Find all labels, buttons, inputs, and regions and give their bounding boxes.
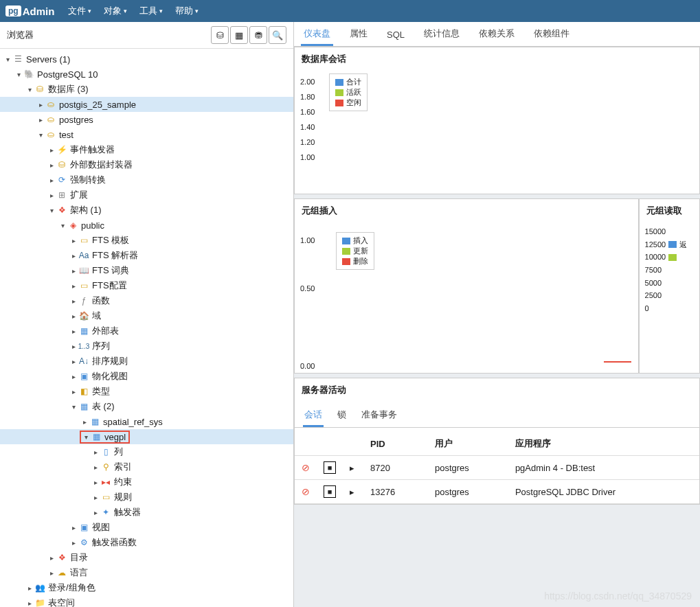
tool-search-icon[interactable]: 🔍 [269, 26, 286, 44]
node-servers[interactable]: ▾☰Servers (1) [0, 51, 293, 67]
expand-icon[interactable]: ▸ [350, 463, 354, 473]
node-rules[interactable]: ▸▭规则 [0, 490, 293, 505]
node-indexes[interactable]: ▸⚲索引 [0, 459, 293, 474]
node-casts[interactable]: ▸⟳强制转换 [0, 172, 293, 187]
chevron-right-icon: ▸ [69, 539, 78, 547]
node-table-vegpl[interactable]: ▾▦vegpl [0, 429, 293, 444]
node-schemas[interactable]: ▾❖架构 (1) [0, 203, 293, 218]
table-row[interactable]: ⊘ ■ ▸ 13276 postgres PostgreSQL JDBC Dri… [295, 480, 699, 504]
tab-dependents[interactable]: 依赖组件 [531, 22, 572, 46]
node-languages[interactable]: ▸☁语言 [0, 565, 293, 580]
swatch-red-icon [342, 258, 350, 265]
tab-sessions[interactable]: 会话 [303, 406, 324, 427]
col-user: 用户 [428, 432, 508, 456]
node-tablespaces[interactable]: ▸📁表空间 [0, 595, 293, 607]
chevron-right-icon: ▸ [91, 463, 100, 471]
tab-locks[interactable]: 锁 [336, 406, 348, 427]
node-columns[interactable]: ▸▯列 [0, 444, 293, 459]
legend: 插入 更新 删除 [336, 232, 374, 270]
stop-icon[interactable]: ■ [324, 485, 336, 498]
event-trigger-icon: ⚡ [56, 145, 67, 154]
menu-tools[interactable]: 工具▾ [139, 5, 163, 17]
node-db-postgres[interactable]: ▸⛀postgres [0, 112, 293, 127]
swatch-green-icon [335, 89, 343, 96]
server-group-icon: ☰ [12, 54, 23, 64]
terminate-icon[interactable]: ⊘ [302, 486, 310, 497]
node-db-test[interactable]: ▾⛀test [0, 127, 293, 142]
node-fts-parsers[interactable]: ▸AaFTS 解析器 [0, 248, 293, 263]
y-tick: 0.00 [300, 362, 315, 370]
cell-user: postgres [428, 456, 508, 480]
chevron-right-icon: ▸ [47, 554, 56, 562]
chevron-right-icon: ▸ [25, 599, 34, 607]
node-triggers[interactable]: ▸✦触发器 [0, 505, 293, 520]
node-types[interactable]: ▸◧类型 [0, 384, 293, 399]
node-public[interactable]: ▾◈public [0, 218, 293, 233]
trigfunc-icon: ⚙ [78, 538, 89, 547]
rule-icon: ▭ [100, 492, 111, 502]
terminate-icon[interactable]: ⊘ [302, 462, 310, 473]
tab-prepared[interactable]: 准备事务 [360, 406, 398, 427]
panel-tuples-in: 元组插入 1.00 0.50 0.00 插入 更新 删除 [294, 198, 639, 374]
node-matviews[interactable]: ▸▣物化视图 [0, 369, 293, 384]
stop-icon[interactable]: ■ [324, 461, 336, 474]
index-icon: ⚲ [100, 462, 111, 472]
browser-tree: ▾☰Servers (1) ▾🐘PostgreSQL 10 ▾⛁数据库 (3) … [0, 49, 293, 607]
domain-icon: 🏠 [78, 311, 89, 321]
node-fts-dicts[interactable]: ▸📖FTS 词典 [0, 263, 293, 278]
tool-filter-icon[interactable]: ⛃ [249, 26, 267, 44]
node-fdw[interactable]: ▸⛁外部数据封装器 [0, 157, 293, 172]
tool-rows-icon[interactable]: ▦ [230, 26, 248, 44]
menu-object[interactable]: 对象▾ [104, 5, 127, 17]
node-pg10[interactable]: ▾🐘PostgreSQL 10 [0, 67, 293, 82]
node-fts-config[interactable]: ▸▭FTS配置 [0, 278, 293, 293]
logo-badge: pg [5, 5, 21, 16]
node-views[interactable]: ▸▣视图 [0, 520, 293, 535]
swatch-green-icon [342, 248, 350, 255]
swatch-blue-icon [342, 238, 350, 244]
node-table-spatial[interactable]: ▸▦spatial_ref_sys [0, 414, 293, 429]
swatch-blue-icon [335, 79, 343, 86]
type-icon: ◧ [78, 387, 89, 396]
col-app: 应用程序 [508, 432, 699, 456]
chevron-down-icon: ▾ [81, 433, 91, 441]
col-pid: PID [363, 432, 428, 456]
fts-dict-icon: 📖 [78, 266, 89, 275]
tab-sql[interactable]: SQL [384, 24, 407, 46]
chevron-right-icon: ▸ [47, 161, 56, 169]
table-row[interactable]: ⊘ ■ ▸ 8720 postgres pgAdmin 4 - DB:test [295, 456, 699, 480]
node-constraints[interactable]: ▸▸◂约束 [0, 474, 293, 490]
schema-icon: ◈ [67, 220, 78, 230]
node-foreign-tables[interactable]: ▸▦外部表 [0, 323, 293, 339]
node-fts-templates[interactable]: ▸▭FTS 模板 [0, 233, 293, 248]
panel-activity: 服务器活动 会话 锁 准备事务 PID 用户 应用程序 ⊘ [294, 378, 700, 505]
node-extensions[interactable]: ▸⊞扩展 [0, 187, 293, 203]
cast-icon: ⟳ [56, 175, 67, 185]
chevron-right-icon: ▸ [69, 373, 78, 380]
node-databases[interactable]: ▾⛁数据库 (3) [0, 82, 293, 97]
node-functions[interactable]: ▸ƒ函数 [0, 293, 293, 308]
elephant-icon: 🐘 [23, 69, 34, 79]
tool-query-icon[interactable]: ⛁ [211, 26, 229, 44]
tab-dashboard[interactable]: 仪表盘 [301, 22, 333, 46]
node-collations[interactable]: ▸A↓排序规则 [0, 354, 293, 369]
menu-file[interactable]: 文件▾ [68, 5, 91, 17]
node-trigfunc[interactable]: ▸⚙触发器函数 [0, 535, 293, 550]
chevron-right-icon: ▸ [80, 418, 89, 426]
swatch-red-icon [335, 100, 343, 106]
node-db-postgis[interactable]: ▸⛀postgis_25_sample [0, 97, 293, 112]
tab-dependencies[interactable]: 依赖关系 [476, 22, 517, 46]
expand-icon[interactable]: ▸ [350, 487, 354, 497]
node-event-triggers[interactable]: ▸⚡事件触发器 [0, 142, 293, 157]
chart-line-icon [604, 361, 631, 363]
tab-statistics[interactable]: 统计信息 [421, 22, 462, 46]
database-icon: ⛀ [45, 130, 56, 139]
collation-icon: A↓ [78, 356, 89, 366]
node-sequences[interactable]: ▸1..3序列 [0, 339, 293, 354]
node-catalogs[interactable]: ▸❖目录 [0, 550, 293, 565]
tab-properties[interactable]: 属性 [347, 22, 370, 46]
node-domains[interactable]: ▸🏠域 [0, 308, 293, 323]
node-tables[interactable]: ▾▦表 (2) [0, 399, 293, 414]
menu-help[interactable]: 帮助▾ [175, 5, 199, 17]
node-login-roles[interactable]: ▸👥登录/组角色 [0, 580, 293, 595]
